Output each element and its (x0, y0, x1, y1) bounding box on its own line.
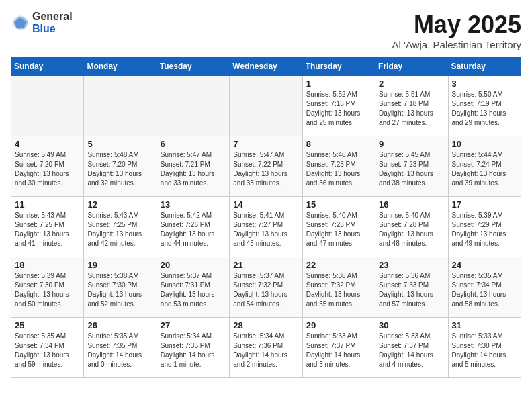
page-header: General Blue May 2025 Al 'Awja, Palestin… (11, 11, 521, 50)
cell-info: Sunrise: 5:44 AM Sunset: 7:24 PM Dayligh… (452, 150, 517, 188)
day-number: 5 (87, 139, 152, 149)
title-block: May 2025 Al 'Awja, Palestinian Territory (392, 11, 521, 50)
day-number: 12 (87, 199, 152, 210)
day-number: 8 (306, 139, 371, 149)
cell-info: Sunrise: 5:46 AM Sunset: 7:23 PM Dayligh… (306, 150, 371, 188)
cell-info: Sunrise: 5:34 AM Sunset: 7:36 PM Dayligh… (233, 332, 298, 369)
day-number: 17 (452, 199, 517, 210)
calendar-cell (84, 76, 157, 136)
day-number: 3 (452, 79, 517, 89)
cell-info: Sunrise: 5:36 AM Sunset: 7:33 PM Dayligh… (379, 271, 444, 309)
calendar-cell: 10Sunrise: 5:44 AM Sunset: 7:24 PM Dayli… (448, 136, 521, 197)
cell-info: Sunrise: 5:47 AM Sunset: 7:21 PM Dayligh… (161, 150, 226, 188)
calendar-cell: 25Sunrise: 5:35 AM Sunset: 7:34 PM Dayli… (11, 318, 84, 378)
calendar-header-row: Sunday Monday Tuesday Wednesday Thursday… (11, 58, 521, 76)
cell-info: Sunrise: 5:35 AM Sunset: 7:35 PM Dayligh… (87, 332, 152, 369)
calendar-cell: 20Sunrise: 5:37 AM Sunset: 7:31 PM Dayli… (157, 257, 229, 318)
day-number: 4 (15, 139, 80, 149)
day-number: 7 (233, 139, 298, 149)
cell-info: Sunrise: 5:52 AM Sunset: 7:18 PM Dayligh… (306, 90, 371, 128)
calendar-cell: 15Sunrise: 5:40 AM Sunset: 7:28 PM Dayli… (302, 197, 375, 257)
cell-info: Sunrise: 5:33 AM Sunset: 7:37 PM Dayligh… (379, 332, 444, 369)
cell-info: Sunrise: 5:45 AM Sunset: 7:23 PM Dayligh… (379, 150, 444, 188)
calendar-cell: 29Sunrise: 5:33 AM Sunset: 7:37 PM Dayli… (302, 318, 375, 378)
logo-icon (11, 13, 30, 32)
cell-info: Sunrise: 5:43 AM Sunset: 7:25 PM Dayligh… (15, 211, 80, 248)
day-number: 15 (306, 199, 371, 210)
day-number: 20 (161, 260, 226, 270)
cell-info: Sunrise: 5:49 AM Sunset: 7:20 PM Dayligh… (15, 150, 80, 188)
day-number: 19 (87, 260, 152, 270)
month-title: May 2025 (392, 11, 521, 39)
day-number: 24 (452, 260, 517, 270)
location-text: Al 'Awja, Palestinian Territory (392, 39, 521, 50)
calendar-cell: 6Sunrise: 5:47 AM Sunset: 7:21 PM Daylig… (157, 136, 229, 197)
col-thursday: Thursday (302, 58, 375, 76)
day-number: 23 (379, 260, 444, 270)
cell-info: Sunrise: 5:38 AM Sunset: 7:30 PM Dayligh… (87, 271, 152, 309)
calendar-cell: 17Sunrise: 5:39 AM Sunset: 7:29 PM Dayli… (448, 197, 521, 257)
calendar-cell: 1Sunrise: 5:52 AM Sunset: 7:18 PM Daylig… (302, 76, 375, 136)
cell-info: Sunrise: 5:40 AM Sunset: 7:28 PM Dayligh… (306, 211, 371, 248)
cell-info: Sunrise: 5:33 AM Sunset: 7:38 PM Dayligh… (452, 332, 517, 369)
col-tuesday: Tuesday (157, 58, 229, 76)
calendar-cell: 19Sunrise: 5:38 AM Sunset: 7:30 PM Dayli… (84, 257, 157, 318)
calendar-week-1: 4Sunrise: 5:49 AM Sunset: 7:20 PM Daylig… (11, 136, 521, 197)
cell-info: Sunrise: 5:43 AM Sunset: 7:25 PM Dayligh… (87, 211, 152, 248)
cell-info: Sunrise: 5:40 AM Sunset: 7:28 PM Dayligh… (379, 211, 444, 248)
day-number: 29 (306, 320, 371, 330)
cell-info: Sunrise: 5:42 AM Sunset: 7:26 PM Dayligh… (161, 211, 226, 248)
calendar-cell: 22Sunrise: 5:36 AM Sunset: 7:32 PM Dayli… (302, 257, 375, 318)
calendar-cell: 13Sunrise: 5:42 AM Sunset: 7:26 PM Dayli… (157, 197, 229, 257)
day-number: 18 (15, 260, 80, 270)
calendar-week-3: 18Sunrise: 5:39 AM Sunset: 7:30 PM Dayli… (11, 257, 521, 318)
day-number: 26 (87, 320, 152, 330)
calendar-cell: 11Sunrise: 5:43 AM Sunset: 7:25 PM Dayli… (11, 197, 84, 257)
calendar-cell: 8Sunrise: 5:46 AM Sunset: 7:23 PM Daylig… (302, 136, 375, 197)
logo-general-text: General (32, 11, 73, 23)
calendar-cell: 9Sunrise: 5:45 AM Sunset: 7:23 PM Daylig… (375, 136, 448, 197)
cell-info: Sunrise: 5:35 AM Sunset: 7:34 PM Dayligh… (15, 332, 80, 369)
logo: General Blue (11, 11, 73, 34)
day-number: 1 (306, 79, 371, 89)
logo-text: General Blue (32, 11, 73, 34)
calendar-cell: 4Sunrise: 5:49 AM Sunset: 7:20 PM Daylig… (11, 136, 84, 197)
cell-info: Sunrise: 5:48 AM Sunset: 7:20 PM Dayligh… (87, 150, 152, 188)
calendar-cell: 3Sunrise: 5:50 AM Sunset: 7:19 PM Daylig… (448, 76, 521, 136)
calendar-cell: 18Sunrise: 5:39 AM Sunset: 7:30 PM Dayli… (11, 257, 84, 318)
logo-blue-text: Blue (32, 23, 73, 35)
calendar-cell: 16Sunrise: 5:40 AM Sunset: 7:28 PM Dayli… (375, 197, 448, 257)
day-number: 28 (233, 320, 298, 330)
cell-info: Sunrise: 5:33 AM Sunset: 7:37 PM Dayligh… (306, 332, 371, 369)
calendar-cell: 26Sunrise: 5:35 AM Sunset: 7:35 PM Dayli… (84, 318, 157, 378)
day-number: 9 (379, 139, 444, 149)
calendar-cell: 27Sunrise: 5:34 AM Sunset: 7:35 PM Dayli… (157, 318, 229, 378)
cell-info: Sunrise: 5:37 AM Sunset: 7:31 PM Dayligh… (161, 271, 226, 309)
calendar-cell: 2Sunrise: 5:51 AM Sunset: 7:18 PM Daylig… (375, 76, 448, 136)
calendar-cell: 23Sunrise: 5:36 AM Sunset: 7:33 PM Dayli… (375, 257, 448, 318)
calendar-cell: 28Sunrise: 5:34 AM Sunset: 7:36 PM Dayli… (230, 318, 302, 378)
calendar-cell: 7Sunrise: 5:47 AM Sunset: 7:22 PM Daylig… (230, 136, 302, 197)
calendar-cell: 30Sunrise: 5:33 AM Sunset: 7:37 PM Dayli… (375, 318, 448, 378)
calendar-cell: 14Sunrise: 5:41 AM Sunset: 7:27 PM Dayli… (230, 197, 302, 257)
day-number: 30 (379, 320, 444, 330)
day-number: 25 (15, 320, 80, 330)
calendar-cell: 5Sunrise: 5:48 AM Sunset: 7:20 PM Daylig… (84, 136, 157, 197)
calendar-week-0: 1Sunrise: 5:52 AM Sunset: 7:18 PM Daylig… (11, 76, 521, 136)
calendar-week-2: 11Sunrise: 5:43 AM Sunset: 7:25 PM Dayli… (11, 197, 521, 257)
cell-info: Sunrise: 5:39 AM Sunset: 7:30 PM Dayligh… (15, 271, 80, 309)
cell-info: Sunrise: 5:36 AM Sunset: 7:32 PM Dayligh… (306, 271, 371, 309)
calendar-cell: 12Sunrise: 5:43 AM Sunset: 7:25 PM Dayli… (84, 197, 157, 257)
cell-info: Sunrise: 5:35 AM Sunset: 7:34 PM Dayligh… (452, 271, 517, 309)
day-number: 14 (233, 199, 298, 210)
cell-info: Sunrise: 5:50 AM Sunset: 7:19 PM Dayligh… (452, 90, 517, 128)
calendar-cell (11, 76, 84, 136)
cell-info: Sunrise: 5:41 AM Sunset: 7:27 PM Dayligh… (233, 211, 298, 248)
day-number: 27 (161, 320, 226, 330)
col-sunday: Sunday (11, 58, 84, 76)
cell-info: Sunrise: 5:34 AM Sunset: 7:35 PM Dayligh… (161, 332, 226, 369)
day-number: 31 (452, 320, 517, 330)
day-number: 10 (452, 139, 517, 149)
cell-info: Sunrise: 5:47 AM Sunset: 7:22 PM Dayligh… (233, 150, 298, 188)
day-number: 16 (379, 199, 444, 210)
